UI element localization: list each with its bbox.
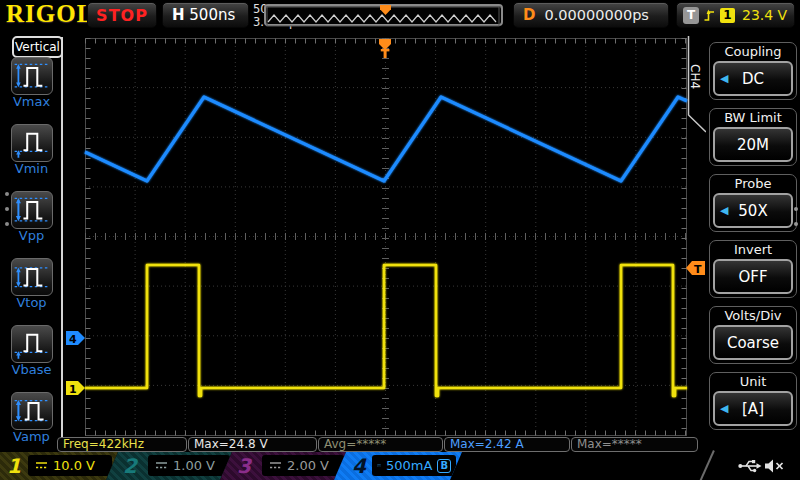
measure-sidebar: Vertical Vmax Vmin: [0, 30, 63, 455]
channel-scale: 1.00 V: [173, 458, 215, 473]
svg-text:1: 1: [69, 383, 77, 396]
sidebar-item-vamp[interactable]: Vamp: [0, 392, 63, 458]
vbase-icon: [12, 326, 50, 360]
sidebar-item-vtop[interactable]: Vtop: [0, 258, 63, 324]
ch1-reference-marker[interactable]: 1: [66, 381, 85, 396]
trigger-level-marker[interactable]: T: [686, 261, 705, 276]
sidebar-item-label: Vbase: [0, 362, 63, 377]
trigger-source-badge: 1: [720, 8, 735, 23]
menu-item-value: DC: [742, 70, 764, 88]
menu-item-bw-limit[interactable]: BW Limit ◀ 20M: [709, 108, 797, 166]
delay-value: 0.00000000ps: [545, 7, 659, 23]
sidebar-item-label: Vamp: [0, 429, 63, 444]
graticule: [85, 38, 687, 436]
measurement-slot-freq[interactable]: Freq=422kHz: [57, 437, 187, 452]
menu-item-coupling[interactable]: Coupling ◀ DC: [709, 42, 797, 100]
dc-coupling-icon: [35, 461, 48, 470]
sidebar-item-label: Vtop: [0, 295, 63, 310]
horizontal-label: H: [172, 6, 185, 24]
menu-item-invert[interactable]: Invert ◀ OFF: [709, 240, 797, 298]
dc-coupling-icon: [377, 461, 381, 470]
measurement-slot-max-ch4[interactable]: Max=2.42 A: [444, 437, 570, 452]
svg-text:4: 4: [69, 333, 77, 346]
channel-number: 1: [7, 454, 21, 478]
sidebar-item-vmin[interactable]: Vmin: [0, 124, 63, 190]
menu-item-value: 20M: [737, 136, 769, 154]
channel-scale: 10.0 V: [53, 458, 95, 473]
measurement-slot-max-ch1[interactable]: Max=24.8 V: [188, 437, 317, 452]
trigger-level-value: 23.4 V: [742, 7, 787, 23]
delay-readout[interactable]: D 0.00000000ps: [513, 2, 669, 28]
sidebar-item-label: Vmin: [0, 161, 63, 176]
vamp-icon: [12, 393, 50, 427]
menu-item-name: Unit: [710, 373, 796, 391]
vmax-icon: [12, 58, 50, 92]
sidebar-item-label: Vpp: [0, 228, 63, 243]
vpp-icon: [12, 192, 50, 226]
trigger-label: T: [683, 7, 699, 24]
bw-limit-badge: B: [437, 459, 451, 473]
rigol-logo: RIGOL: [6, 0, 94, 28]
menu-item-name: Coupling: [710, 43, 796, 61]
run-state-badge[interactable]: STOP: [87, 2, 157, 28]
sidebar-item-vpp[interactable]: Vpp: [0, 191, 63, 257]
sidebar-title: Vertical: [12, 36, 63, 58]
sidebar-item-label: Vmax: [0, 94, 63, 109]
channel-number: 3: [237, 454, 251, 478]
timebase-value: 500ns: [189, 6, 243, 24]
svg-text:T: T: [694, 263, 702, 276]
scope-display: 4 1 T CH4: [0, 0, 800, 480]
menu-item-value: 50X: [738, 202, 767, 220]
speaker-mute-icon: [764, 458, 785, 478]
left-arrow-icon: ◀: [720, 72, 728, 85]
channel-3-status[interactable]: 3 2.00 V: [220, 452, 348, 480]
channel-1-status[interactable]: 1 10.0 V: [0, 452, 120, 480]
waveform-preview-bar[interactable]: [264, 4, 503, 26]
left-arrow-icon: ◀: [720, 402, 728, 415]
sidebar-item-vbase[interactable]: Vbase: [0, 325, 63, 391]
channel-scale: 2.00 V: [287, 458, 329, 473]
dc-coupling-icon: [155, 461, 168, 470]
measurement-slot-avg[interactable]: Avg=*****: [318, 437, 443, 452]
usb-icon: [738, 458, 762, 477]
channel-number: 2: [123, 454, 137, 478]
channel-2-status[interactable]: 2 1.00 V: [106, 452, 234, 480]
trigger-readout[interactable]: T 1 23.4 V: [676, 2, 795, 28]
menu-item-volts-div[interactable]: Volts/Div ◀ Coarse: [709, 306, 797, 364]
menu-item-name: Probe: [710, 175, 796, 193]
ch4-waveform: [85, 97, 687, 181]
ch4-reference-marker[interactable]: 4: [66, 331, 85, 346]
run-state-label: STOP: [96, 6, 148, 25]
channel-menu-panel: Coupling ◀ DC BW Limit ◀ 20M Probe ◀ 50X…: [706, 30, 800, 455]
channel-scale: 500mA: [386, 458, 432, 473]
measurement-slot-max-empty[interactable]: Max=*****: [571, 437, 698, 452]
rising-edge-icon: [704, 7, 715, 23]
menu-item-name: Volts/Div: [710, 307, 796, 325]
svg-text:CH4: CH4: [688, 64, 702, 89]
menu-item-value: Coarse: [727, 334, 779, 352]
menu-item-unit[interactable]: Unit ◀ [A]: [709, 372, 797, 430]
channel-number: 4: [352, 454, 366, 478]
ch1-waveform: [85, 265, 687, 396]
menu-item-probe[interactable]: Probe ◀ 50X: [709, 174, 797, 232]
menu-item-value: [A]: [742, 400, 764, 418]
menu-item-value: OFF: [738, 268, 767, 286]
delay-label: D: [523, 6, 535, 24]
trigger-position-marker-icon[interactable]: [379, 39, 391, 58]
top-status-bar: RIGOL STOP H 500ns 500MSa/s 3.00k pts D …: [0, 0, 800, 30]
menu-tab-ch4: CH4: [688, 36, 706, 132]
vtop-icon: [12, 259, 50, 293]
menu-item-name: BW Limit: [710, 109, 796, 127]
channel-4-status[interactable]: 4 500mA B: [334, 452, 464, 480]
horizontal-timebase-button[interactable]: H 500ns: [162, 2, 249, 28]
vmin-icon: [12, 125, 50, 159]
status-divider: [699, 450, 715, 480]
sidebar-item-vmax[interactable]: Vmax: [0, 57, 63, 123]
channel-status-bar: 1 10.0 V 2 1.00 V 3: [0, 452, 800, 480]
oscilloscope-screen: RIGOL STOP H 500ns 500MSa/s 3.00k pts D …: [0, 0, 800, 480]
menu-item-name: Invert: [710, 241, 796, 259]
dc-coupling-icon: [269, 461, 282, 470]
left-arrow-icon: ◀: [720, 204, 728, 217]
